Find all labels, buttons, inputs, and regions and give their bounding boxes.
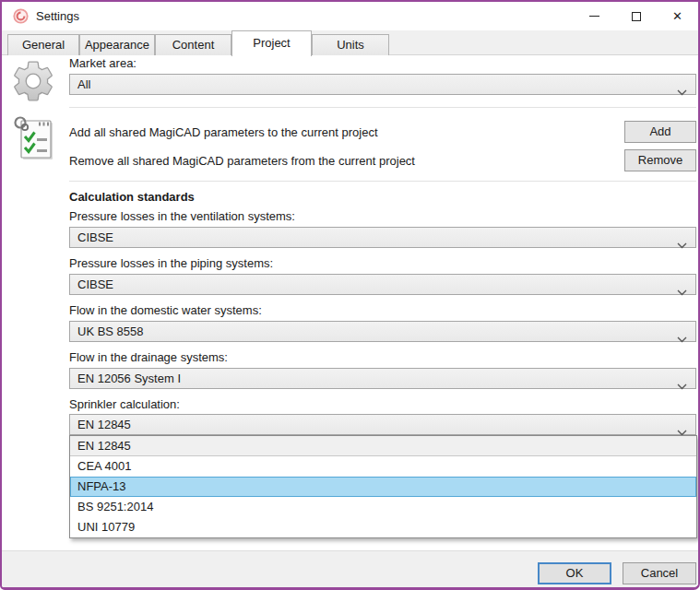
window-title: Settings bbox=[36, 2, 79, 30]
chevron-down-icon bbox=[677, 329, 687, 348]
remove-parameters-text: Remove all shared MagiCAD parameters fro… bbox=[69, 154, 415, 168]
close-button[interactable]: ✕ bbox=[657, 2, 698, 30]
dropdown-option-uni10779[interactable]: UNI 10779 bbox=[70, 517, 696, 537]
ventilation-pressure-label: Pressure losses in the ventilation syste… bbox=[69, 209, 295, 223]
maximize-icon bbox=[632, 12, 641, 21]
drainage-flow-label: Flow in the drainage systems: bbox=[69, 350, 228, 364]
separator bbox=[69, 107, 696, 108]
ventilation-pressure-value: CIBSE bbox=[77, 230, 113, 244]
add-button[interactable]: Add bbox=[624, 121, 696, 143]
chevron-down-icon bbox=[677, 282, 687, 301]
sprinkler-calculation-value: EN 12845 bbox=[77, 418, 131, 431]
tab-project[interactable]: Project bbox=[231, 30, 312, 56]
window-controls: ✕ bbox=[574, 2, 698, 30]
market-area-value: All bbox=[77, 77, 90, 91]
dropdown-option-nfpa13[interactable]: NFPA-13 bbox=[70, 477, 696, 497]
piping-pressure-select[interactable]: CIBSE bbox=[69, 274, 696, 295]
chevron-down-icon bbox=[677, 376, 687, 395]
piping-pressure-value: CIBSE bbox=[77, 277, 113, 291]
ventilation-pressure-select[interactable]: CIBSE bbox=[69, 227, 696, 248]
ok-button[interactable]: OK bbox=[538, 562, 611, 584]
dropdown-option-cea4001[interactable]: CEA 4001 bbox=[70, 456, 696, 477]
cancel-button[interactable]: Cancel bbox=[623, 562, 696, 584]
magicad-logo-icon bbox=[13, 8, 29, 24]
title-bar: Settings ✕ bbox=[2, 2, 698, 30]
dropdown-option-bs9251[interactable]: BS 9251:2014 bbox=[70, 497, 696, 517]
sprinkler-calculation-label: Sprinkler calculation: bbox=[69, 397, 180, 411]
maximize-button[interactable] bbox=[615, 2, 657, 30]
tab-strip: General Appearance Content Project Units bbox=[2, 30, 698, 55]
tab-appearance[interactable]: Appearance bbox=[79, 34, 155, 55]
gear-icon bbox=[9, 57, 57, 109]
calculation-standards-heading: Calculation standards bbox=[69, 190, 195, 204]
project-tab-panel: Market area: All Add all shared MagiCAD … bbox=[2, 55, 698, 550]
checklist-icon bbox=[11, 114, 53, 166]
tab-units[interactable]: Units bbox=[312, 34, 389, 55]
market-area-label: Market area: bbox=[69, 56, 136, 70]
minimize-button[interactable] bbox=[574, 2, 615, 30]
minimize-icon bbox=[589, 16, 599, 17]
settings-window: Settings ✕ General Appearance Content Pr… bbox=[0, 0, 700, 590]
drainage-flow-value: EN 12056 System I bbox=[77, 372, 181, 385]
domestic-water-flow-select[interactable]: UK BS 8558 bbox=[69, 321, 696, 342]
close-icon: ✕ bbox=[672, 10, 682, 22]
sprinkler-dropdown-list: EN 12845 CEA 4001 NFPA-13 BS 9251:2014 U… bbox=[69, 435, 697, 538]
chevron-down-icon bbox=[677, 235, 687, 254]
domestic-water-flow-label: Flow in the domestic water systems: bbox=[69, 303, 262, 317]
drainage-flow-select[interactable]: EN 12056 System I bbox=[69, 368, 696, 389]
remove-button[interactable]: Remove bbox=[624, 149, 696, 171]
separator bbox=[69, 181, 696, 182]
sprinkler-calculation-select[interactable]: EN 12845 bbox=[69, 414, 696, 435]
dropdown-option-en12845[interactable]: EN 12845 bbox=[70, 436, 696, 456]
tab-general[interactable]: General bbox=[7, 34, 79, 55]
piping-pressure-label: Pressure losses in the piping systems: bbox=[69, 256, 273, 270]
dialog-footer: OK Cancel bbox=[2, 550, 698, 587]
market-area-select[interactable]: All bbox=[69, 74, 696, 95]
domestic-water-flow-value: UK BS 8558 bbox=[77, 324, 144, 338]
chevron-down-icon bbox=[677, 82, 687, 101]
add-parameters-text: Add all shared MagiCAD parameters to the… bbox=[69, 125, 378, 139]
tab-content[interactable]: Content bbox=[155, 34, 231, 55]
